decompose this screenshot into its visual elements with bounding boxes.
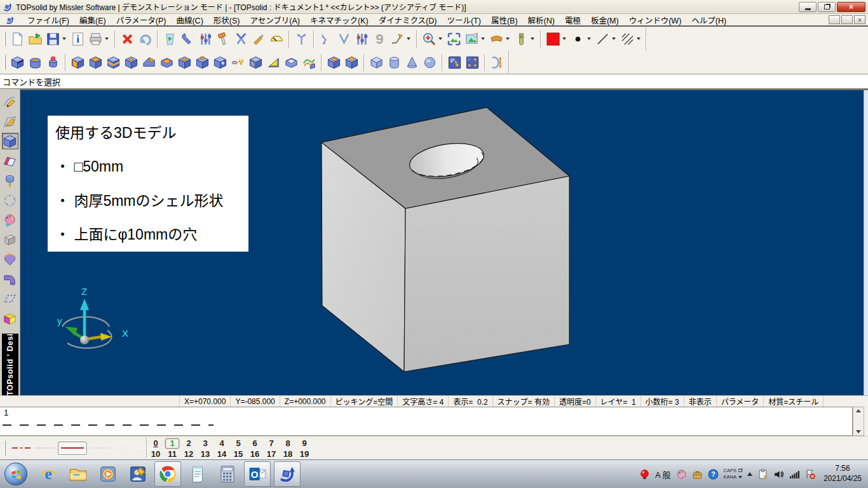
- frame-tool-icon[interactable]: [2, 290, 18, 307]
- surface-tool-icon[interactable]: [2, 152, 18, 169]
- solid-tool-icon[interactable]: [2, 133, 18, 149]
- extrude-face-icon[interactable]: [69, 53, 86, 71]
- layer-8[interactable]: 8: [280, 438, 296, 449]
- layer-17[interactable]: 17: [263, 449, 280, 459]
- menu-window[interactable]: ウィンドウ(W): [624, 13, 687, 27]
- section-cut-icon[interactable]: [8, 53, 26, 71]
- menu-analysis[interactable]: 解析(N): [523, 13, 560, 27]
- close-button[interactable]: ×: [837, 2, 865, 12]
- menu-shape[interactable]: 形状(S): [208, 13, 245, 27]
- shading-glasses-icon[interactable]: [487, 30, 505, 48]
- line-style-dropdown-arrow[interactable]: [612, 37, 616, 40]
- color-swatch-red[interactable]: [544, 30, 562, 48]
- revolve-solid-icon[interactable]: [26, 53, 44, 71]
- filter-sliders-icon[interactable]: [353, 30, 370, 48]
- top-face-icon[interactable]: [86, 53, 104, 71]
- sketch-tool-icon[interactable]: [2, 93, 18, 110]
- layer-16[interactable]: 16: [247, 449, 263, 459]
- split-arrow-icon[interactable]: [292, 30, 310, 48]
- layer-3[interactable]: 3: [197, 438, 214, 449]
- hatch-style-icon[interactable]: [618, 30, 636, 48]
- status-material[interactable]: 材質=スチール: [763, 396, 824, 407]
- measure-icon[interactable]: [488, 53, 506, 71]
- lens-solid-icon[interactable]: [211, 53, 229, 71]
- child-minimize-button[interactable]: [829, 15, 840, 24]
- dome-solid-icon[interactable]: [342, 53, 360, 71]
- tray-action-center-icon[interactable]: [805, 469, 816, 480]
- zoom-icon[interactable]: [420, 30, 438, 48]
- taskbar-explorer[interactable]: [65, 461, 92, 487]
- point-style-icon[interactable]: [569, 30, 587, 48]
- layer-18[interactable]: 18: [280, 449, 296, 459]
- minimize-button[interactable]: [799, 2, 817, 12]
- taskbar-ie[interactable]: [35, 461, 62, 487]
- new-document-icon[interactable]: [8, 30, 26, 48]
- hatch-style-dropdown-arrow[interactable]: [637, 37, 641, 40]
- standard-part-icon[interactable]: [512, 30, 530, 48]
- menu-file[interactable]: ファイル(F): [22, 13, 74, 27]
- line-style-icon[interactable]: [593, 30, 611, 48]
- ime-indicator[interactable]: A 般: [655, 468, 671, 480]
- band-solid-icon[interactable]: [104, 53, 122, 71]
- visualization-block-icon[interactable]: [2, 231, 18, 248]
- status-hidden[interactable]: 非表示: [684, 396, 716, 407]
- mold-tool-icon[interactable]: [2, 310, 18, 327]
- menu-kinematic[interactable]: キネマチック(K): [305, 13, 374, 27]
- shading-dropdown-arrow[interactable]: [506, 37, 510, 40]
- viewport-3d[interactable]: Z y X 使用する3Dモデル ・ □50mm ・ 肉厚5mmのシェル形状 ・ …: [20, 89, 868, 395]
- document-info-icon[interactable]: [69, 30, 86, 48]
- points-panel-icon[interactable]: [463, 53, 481, 71]
- layer-6[interactable]: 6: [247, 438, 263, 449]
- line-style-light-2[interactable]: [114, 447, 133, 449]
- shell-tool-icon[interactable]: [2, 251, 18, 268]
- layer-7[interactable]: 7: [263, 438, 280, 449]
- taskbar-media-player[interactable]: [95, 461, 121, 487]
- layer-19[interactable]: 19: [296, 449, 313, 459]
- status-decimals[interactable]: 小数桁= 3: [641, 396, 684, 407]
- panel-grip[interactable]: [4, 440, 6, 456]
- layer-9[interactable]: 9: [296, 438, 313, 449]
- save-dropdown-arrow[interactable]: [62, 37, 66, 40]
- primitive-cylinder-icon[interactable]: [385, 53, 403, 71]
- status-picking[interactable]: ピッキング=空間: [330, 396, 398, 407]
- child-restore-button[interactable]: [841, 15, 853, 24]
- tray-clipboard-icon[interactable]: [757, 469, 768, 480]
- tray-volume-icon[interactable]: [773, 469, 784, 480]
- taskbar-topsolid-active[interactable]: [274, 461, 301, 487]
- taskbar-clock[interactable]: 7:56 2021/04/25: [824, 464, 862, 484]
- wedge-solid-icon[interactable]: [264, 53, 282, 71]
- line-style-solid-selected[interactable]: [58, 442, 87, 455]
- line-style-light-1[interactable]: [91, 447, 110, 449]
- status-transparency[interactable]: 透明度=0: [554, 396, 595, 407]
- layer-1-active[interactable]: 1: [164, 438, 180, 449]
- taskbar-chrome-active[interactable]: [154, 461, 181, 487]
- shell-box-icon[interactable]: [282, 53, 300, 71]
- image-view-icon[interactable]: [463, 30, 480, 48]
- command-input[interactable]: 1: [0, 407, 853, 436]
- menu-parameter[interactable]: パラメータ(P): [111, 13, 172, 27]
- fit-view-icon[interactable]: [445, 30, 463, 48]
- standard-part-dropdown-arrow[interactable]: [531, 37, 534, 40]
- tray-palette-icon[interactable]: [676, 469, 687, 480]
- status-layer[interactable]: レイヤ= 1: [595, 396, 641, 407]
- menu-edit[interactable]: 編集(E): [74, 13, 111, 27]
- open-pocket-icon[interactable]: [158, 53, 175, 71]
- tag-9-icon[interactable]: [370, 30, 388, 48]
- layer-14[interactable]: 14: [214, 449, 230, 459]
- layer-4[interactable]: 4: [214, 438, 230, 449]
- vertex-check-icon[interactable]: [335, 30, 353, 48]
- menu-attributes[interactable]: 属性(B): [486, 13, 523, 27]
- image-view-dropdown-arrow[interactable]: [481, 37, 485, 40]
- menu-assembly[interactable]: アセンブリ(A): [245, 13, 305, 27]
- menu-dynamics[interactable]: ダイナミクス(D): [374, 13, 442, 27]
- annotate-dropdown-arrow[interactable]: [407, 37, 410, 40]
- gauge-icon[interactable]: [268, 30, 285, 48]
- layer-0[interactable]: 0: [147, 438, 164, 449]
- menu-electrode[interactable]: 電極: [560, 13, 586, 27]
- primitive-cube-icon[interactable]: [367, 53, 385, 71]
- layer-5[interactable]: 5: [230, 438, 247, 449]
- print-dropdown-arrow[interactable]: [105, 37, 109, 40]
- start-button[interactable]: [4, 463, 27, 485]
- command-scrollbar[interactable]: [853, 407, 864, 436]
- layer-11[interactable]: 11: [164, 449, 180, 459]
